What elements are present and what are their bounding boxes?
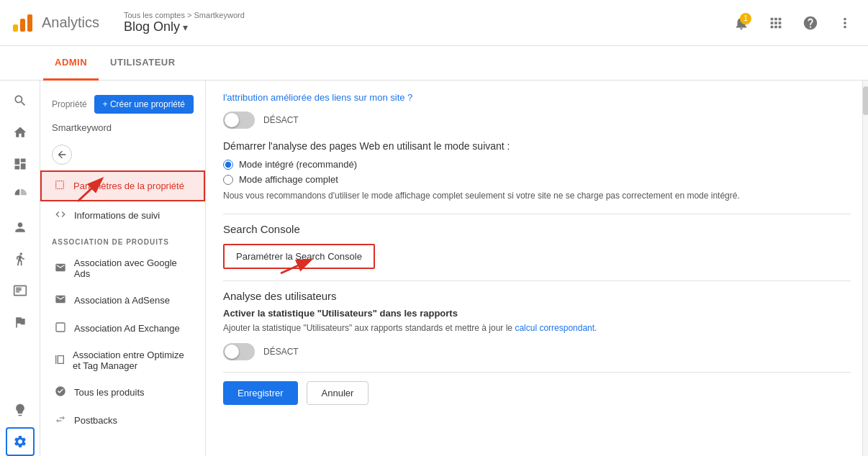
- sidebar-icon-reports[interactable]: [6, 181, 35, 210]
- logo-area: Analytics: [12, 12, 112, 35]
- attribution-link[interactable]: l'attribution améliorée des liens sur mo…: [223, 92, 412, 103]
- sidebar-icon-home[interactable]: [6, 118, 35, 147]
- toggle2-switch[interactable]: [223, 343, 255, 360]
- account-dropdown-arrow[interactable]: ▾: [183, 22, 188, 33]
- nav-item-google-ads[interactable]: Association avec Google Ads: [40, 250, 205, 286]
- apps-icon: [768, 15, 784, 31]
- users-desc: Ajouter la statistique "Utilisateurs" au…: [223, 322, 851, 334]
- nav-panel: Propriété + Créer une propriété Smartkey…: [40, 81, 206, 456]
- search-console-button[interactable]: Paramétrer la Search Console: [223, 244, 375, 269]
- create-property-button[interactable]: + Créer une propriété: [94, 95, 194, 114]
- users-section: Analyse des utilisateurs Activer la stat…: [223, 281, 851, 360]
- tab-utilisateur[interactable]: UTILISATEUR: [99, 46, 186, 81]
- mode-note: Nous vous recommandons d'utiliser le mod…: [223, 189, 851, 202]
- svg-rect-2: [27, 14, 32, 32]
- mode-section: Démarrer l'analyse des pages Web en util…: [223, 140, 851, 202]
- account-selector[interactable]: Blog Only ▾: [124, 19, 730, 35]
- radio-full-label: Mode affichage complet: [239, 174, 338, 185]
- actions-row: Enregistrer Annuler: [223, 372, 851, 405]
- nav-item-optimize[interactable]: Association entre Optimize et Tag Manage…: [40, 342, 205, 378]
- radio-integrated[interactable]: Mode intégré (recommandé): [223, 159, 851, 170]
- property-label: Propriété: [52, 99, 87, 109]
- header-right: 1: [730, 12, 856, 35]
- nav-item-google-ads-label: Association avec Google Ads: [74, 257, 194, 279]
- notification-badge: 1: [740, 13, 751, 24]
- radio-full[interactable]: Mode affichage complet: [223, 174, 851, 185]
- sidebar-icon-search[interactable]: [6, 86, 35, 115]
- radio-integrated-label: Mode intégré (recommandé): [239, 159, 357, 170]
- radio-integrated-input[interactable]: [223, 160, 233, 170]
- suivi-icon: [54, 209, 67, 222]
- help-button[interactable]: [799, 12, 822, 35]
- ad-exchange-icon: [54, 322, 67, 335]
- breadcrumb-area: Tous les comptes > Smartkeyword Blog Onl…: [112, 11, 730, 35]
- toggle1-label: DÉSACT: [263, 115, 299, 125]
- nav-item-adsense-label: Association à AdSense: [74, 295, 170, 306]
- nav-item-ad-exchange[interactable]: Association Ad Exchange: [40, 314, 205, 342]
- notification-button[interactable]: 1: [730, 12, 753, 35]
- nav-item-tous-produits[interactable]: Tous les produits: [40, 378, 205, 406]
- sidebar-icon-dashboard[interactable]: [6, 150, 35, 178]
- postbacks-icon: [54, 414, 67, 427]
- svg-rect-3: [56, 323, 65, 332]
- google-ads-icon: [54, 262, 67, 275]
- tab-admin[interactable]: ADMIN: [43, 46, 99, 81]
- nav-item-postbacks-label: Postbacks: [74, 415, 117, 426]
- nav-item-parametres-label: Paramètres de la propriété: [73, 181, 184, 191]
- content-panel: l'attribution améliorée des liens sur mo…: [206, 81, 868, 456]
- property-header: Propriété + Créer une propriété: [40, 89, 205, 119]
- attribution-link-row: l'attribution améliorée des liens sur mo…: [223, 92, 851, 103]
- scrollbar-thumb[interactable]: [863, 86, 868, 115]
- more-vert-icon: [837, 15, 853, 31]
- sidebar-icon-lightbulb[interactable]: [6, 396, 35, 424]
- toggle1-switch[interactable]: [223, 111, 255, 129]
- search-console-section: Search Console Paramétrer la Search Cons…: [223, 214, 851, 269]
- association-section-label: ASSOCIATION DE PRODUITS: [40, 229, 205, 250]
- sidebar-icon-conversions[interactable]: [6, 308, 35, 337]
- svg-rect-0: [13, 24, 18, 32]
- apps-grid-button[interactable]: [764, 12, 787, 35]
- help-icon: [803, 15, 818, 31]
- users-subtitle: Activer la statistique "Utilisateurs" da…: [223, 308, 851, 319]
- main-layout: Propriété + Créer une propriété Smartkey…: [0, 81, 868, 456]
- parametres-icon: [53, 179, 66, 193]
- logo-text: Analytics: [42, 14, 99, 31]
- nav-item-tous-produits-label: Tous les produits: [74, 387, 145, 398]
- toggle2-label: DÉSACT: [263, 347, 299, 357]
- search-console-title: Search Console: [223, 214, 851, 235]
- nav-item-suivi[interactable]: Informations de suivi: [40, 201, 205, 229]
- sidebar-icon-acquisition[interactable]: [6, 245, 35, 273]
- tous-produits-icon: [54, 386, 67, 399]
- nav-item-optimize-label: Association entre Optimize et Tag Manage…: [73, 350, 194, 371]
- analytics-logo-icon: [12, 12, 35, 35]
- header: Analytics Tous les comptes > Smartkeywor…: [0, 0, 868, 46]
- radio-full-input[interactable]: [223, 175, 233, 185]
- scrollbar[interactable]: [862, 81, 868, 456]
- nav-item-parametres[interactable]: Paramètres de la propriété: [40, 170, 205, 201]
- nav-item-ad-exchange-label: Association Ad Exchange: [74, 323, 180, 334]
- back-arrow-button[interactable]: [52, 145, 72, 165]
- users-desc-link[interactable]: calcul correspondant: [515, 323, 595, 333]
- optimize-icon: [54, 354, 65, 368]
- adsense-icon: [54, 293, 67, 307]
- smartkeyword-label: Smartkeyword: [40, 119, 205, 139]
- breadcrumb-top: Tous les comptes > Smartkeyword: [124, 11, 730, 19]
- tab-bar: ADMIN UTILISATEUR: [0, 46, 868, 81]
- toggle2-row: DÉSACT: [223, 343, 851, 360]
- back-nav: [40, 139, 205, 170]
- nav-item-postbacks[interactable]: Postbacks: [40, 406, 205, 434]
- users-title: Analyse des utilisateurs: [223, 290, 851, 302]
- mode-section-title: Démarrer l'analyse des pages Web en util…: [223, 140, 851, 152]
- annuler-button[interactable]: Annuler: [307, 381, 369, 405]
- users-desc-end: .: [595, 323, 597, 333]
- more-options-button[interactable]: [833, 12, 856, 35]
- sidebar-icon-settings[interactable]: [6, 427, 35, 456]
- svg-rect-1: [20, 19, 25, 32]
- icon-sidebar: [0, 81, 40, 456]
- sidebar-icon-user[interactable]: [6, 213, 35, 242]
- sidebar-icon-behavior[interactable]: [6, 276, 35, 305]
- users-desc-text: Ajouter la statistique "Utilisateurs" au…: [223, 323, 515, 333]
- nav-item-adsense[interactable]: Association à AdSense: [40, 286, 205, 314]
- nav-item-suivi-label: Informations de suivi: [74, 210, 160, 221]
- enregistrer-button[interactable]: Enregistrer: [223, 381, 298, 405]
